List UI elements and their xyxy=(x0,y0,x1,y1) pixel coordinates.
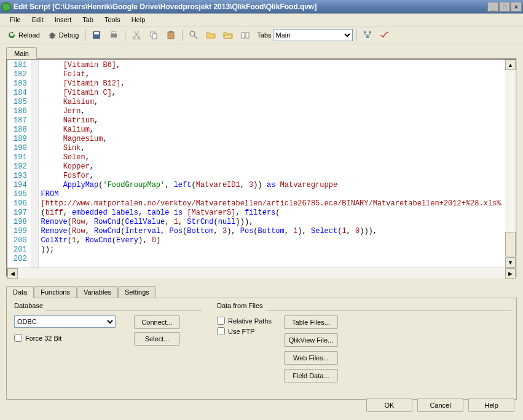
ok-button[interactable]: OK xyxy=(366,398,412,412)
code-line[interactable]: )); xyxy=(41,245,513,255)
reload-label: Reload xyxy=(18,31,40,39)
code-line[interactable]: [http://www.matportalen.no/verktoy/Matva… xyxy=(41,199,513,208)
line-number: 190 xyxy=(14,144,27,153)
code-token: , xyxy=(165,181,173,189)
toolbar-separator xyxy=(356,30,356,41)
code-token: Jern xyxy=(63,107,81,116)
code-line[interactable]: ApplyMap('FoodGroupMap', left(MatvareID1… xyxy=(41,181,513,190)
code-token: Selen xyxy=(63,153,85,162)
code-token xyxy=(41,70,63,79)
code-token: Remove xyxy=(41,218,68,226)
code-token: ( xyxy=(41,208,45,217)
code-token: table is xyxy=(147,208,183,217)
code-line[interactable]: ColXtr(1, RowCnd(Every), 0) xyxy=(41,236,513,245)
code-token: , xyxy=(81,144,85,153)
code-line[interactable]: [Vitamin B12], xyxy=(41,79,513,89)
qlikview-file-button[interactable]: QlikView File... xyxy=(284,333,338,347)
scroll-right-button[interactable]: ▶ xyxy=(505,268,516,279)
field-data-button[interactable]: Field Data... xyxy=(284,369,338,382)
menu-tab[interactable]: Tab xyxy=(77,15,98,25)
menu-file[interactable]: File xyxy=(5,15,26,25)
code-line[interactable]: Selen, xyxy=(41,153,513,162)
code-line[interactable]: Remove(Row, RowCnd(CellValue, 1, StrCnd(… xyxy=(41,218,513,227)
relative-paths-checkbox[interactable] xyxy=(217,317,225,325)
scroll-down-button[interactable]: ▼ xyxy=(505,257,516,267)
app-icon xyxy=(1,2,11,12)
tab-variables[interactable]: Variables xyxy=(77,286,118,298)
force-32bit-checkbox[interactable] xyxy=(14,334,22,342)
code-token: null xyxy=(218,218,236,226)
line-number: 184 xyxy=(14,89,27,98)
code-line[interactable]: Magnesium, xyxy=(41,135,513,144)
line-number: 188 xyxy=(14,125,27,135)
code-line[interactable]: Fosfor, xyxy=(41,172,513,181)
connect-button[interactable]: Connect... xyxy=(134,315,180,329)
line-number: 194 xyxy=(14,181,27,190)
search-icon-button[interactable] xyxy=(186,28,202,42)
force-32bit-label: Force 32 Bit xyxy=(25,335,61,342)
cancel-button[interactable]: Cancel xyxy=(417,398,463,412)
line-number: 187 xyxy=(14,116,27,125)
menu-edit[interactable]: Edit xyxy=(27,15,49,25)
code-line[interactable]: Folat, xyxy=(41,70,513,79)
scroll-left-button[interactable]: ◀ xyxy=(7,268,18,279)
minimize-button[interactable]: _ xyxy=(487,2,498,12)
help-button[interactable]: Help xyxy=(468,398,514,412)
code-token xyxy=(41,162,63,171)
close-button[interactable]: × xyxy=(511,2,522,12)
folder-icon-button[interactable] xyxy=(203,28,219,42)
folder-open-icon-button[interactable] xyxy=(220,28,236,42)
tab-settings[interactable]: Settings xyxy=(118,286,156,298)
code-line[interactable]: [Vitamin B6], xyxy=(41,61,513,70)
tab-functions[interactable]: Functions xyxy=(34,286,77,298)
code-token: Kalsium xyxy=(63,98,94,106)
svg-rect-18 xyxy=(246,33,249,38)
code-line[interactable]: Remove(Row, RowCnd(Interval, Pos(Bottom,… xyxy=(41,227,513,236)
code-line[interactable]: Kalsium, xyxy=(41,98,513,107)
code-token: ( xyxy=(275,208,280,217)
debug-button[interactable]: Debug xyxy=(44,28,82,42)
script-tab-main[interactable]: Main xyxy=(6,47,37,59)
menu-help[interactable]: Help xyxy=(127,15,151,25)
database-select[interactable]: ODBC xyxy=(14,315,116,328)
check-icon-button[interactable] xyxy=(377,28,393,42)
hscroll-track[interactable] xyxy=(18,268,505,278)
svg-line-16 xyxy=(194,36,197,39)
code-line[interactable]: FROM xyxy=(41,190,513,199)
tabs-icon-button[interactable] xyxy=(237,28,253,42)
tree-icon-button[interactable] xyxy=(360,28,376,42)
code-line[interactable]: Sink, xyxy=(41,144,513,153)
code-line[interactable]: Jern, xyxy=(41,107,513,116)
print-icon-button[interactable] xyxy=(106,28,122,42)
web-files-button[interactable]: Web Files... xyxy=(284,351,338,365)
use-ftp-checkbox[interactable] xyxy=(217,327,225,335)
menu-insert[interactable]: Insert xyxy=(50,15,77,25)
code-token: embedded labels xyxy=(72,208,138,217)
save-icon-button[interactable] xyxy=(88,28,104,42)
code-area[interactable]: [Vitamin B6], Folat, [Vitamin B12], [Vit… xyxy=(39,60,516,267)
reload-icon xyxy=(7,30,17,40)
code-line[interactable]: Kalium, xyxy=(41,125,513,135)
code-line[interactable]: [Vitamin C], xyxy=(41,89,513,98)
vertical-scrollbar[interactable]: ▲ ▼ xyxy=(505,60,516,267)
reload-button[interactable]: Reload xyxy=(4,28,43,42)
tab-data[interactable]: Data xyxy=(6,286,34,298)
menu-tools[interactable]: Tools xyxy=(100,15,125,25)
tabs-select[interactable]: Main xyxy=(273,29,353,41)
code-line[interactable]: Kopper, xyxy=(41,162,513,172)
code-line[interactable]: (biff, embedded labels, table is [Matvar… xyxy=(41,208,513,218)
maximize-button[interactable]: □ xyxy=(499,2,510,12)
code-line[interactable]: Natrium, xyxy=(41,116,513,125)
code-token: ) xyxy=(156,236,160,245)
code-token: , xyxy=(85,227,94,236)
paste-icon-button[interactable] xyxy=(163,28,179,42)
svg-rect-19 xyxy=(364,31,366,33)
scroll-up-button[interactable]: ▲ xyxy=(505,60,516,70)
table-files-button[interactable]: Table Files... xyxy=(284,315,338,329)
cut-icon-button[interactable] xyxy=(128,28,144,42)
horizontal-scrollbar[interactable]: ◀ ▶ xyxy=(7,267,516,278)
select-button[interactable]: Select... xyxy=(134,332,180,346)
svg-line-4 xyxy=(54,37,55,38)
copy-icon-button[interactable] xyxy=(146,28,162,42)
scroll-thumb[interactable] xyxy=(505,232,516,256)
